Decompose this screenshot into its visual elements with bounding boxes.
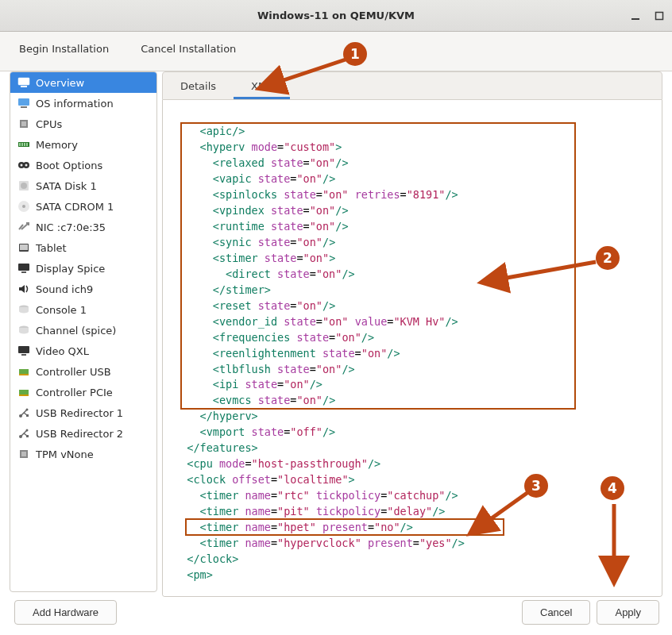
sidebar-item-usb-redir-2[interactable]: USB Redirector 2 xyxy=(10,423,156,444)
svg-rect-7 xyxy=(21,121,26,126)
sidebar-item-label: Controller USB xyxy=(36,366,111,378)
sidebar-item-memory[interactable]: Memory xyxy=(10,134,156,155)
sidebar-item-console[interactable]: Console 1 xyxy=(10,299,156,320)
svg-rect-35 xyxy=(26,414,29,417)
sidebar-item-cpus[interactable]: CPUs xyxy=(10,114,156,134)
svg-rect-9 xyxy=(19,143,21,146)
usb-icon xyxy=(17,406,31,420)
svg-rect-40 xyxy=(21,452,26,456)
cancel-install-button[interactable]: Cancel Installation xyxy=(141,43,236,55)
cancel-button[interactable]: Cancel xyxy=(522,600,590,625)
svg-rect-11 xyxy=(24,143,25,146)
os-icon xyxy=(17,96,31,110)
svg-rect-10 xyxy=(21,143,23,146)
sidebar-item-nic[interactable]: NIC :c7:0e:35 xyxy=(10,217,156,237)
sidebar-item-label: SATA Disk 1 xyxy=(36,180,97,192)
sidebar-item-ctrl-pcie[interactable]: Controller PCIe xyxy=(10,382,156,402)
boot-icon xyxy=(17,158,31,172)
sidebar-item-label: CPUs xyxy=(36,118,62,130)
apply-button[interactable]: Apply xyxy=(597,600,659,625)
sidebar-item-label: Sound ich9 xyxy=(36,283,93,295)
sidebar-item-label: TPM vNone xyxy=(36,448,94,460)
svg-point-37 xyxy=(26,429,29,432)
display-icon xyxy=(17,261,31,275)
sidebar-item-label: Console 1 xyxy=(36,304,87,316)
svg-rect-32 xyxy=(19,394,29,396)
sidebar-item-ctrl-usb[interactable]: Controller USB xyxy=(10,361,156,382)
overview-icon xyxy=(17,75,31,90)
svg-point-34 xyxy=(26,409,29,411)
minimize-icon[interactable] xyxy=(629,10,642,22)
sidebar-item-boot[interactable]: Boot Options xyxy=(10,155,156,175)
sidebar-item-channel[interactable]: Channel (spice) xyxy=(10,320,156,341)
sidebar-item-label: OS information xyxy=(36,98,114,110)
svg-rect-24 xyxy=(21,271,26,273)
sidebar-item-sata-cdrom[interactable]: SATA CDROM 1 xyxy=(10,196,156,217)
svg-rect-28 xyxy=(21,354,26,356)
svg-rect-12 xyxy=(26,143,28,146)
tablet-icon xyxy=(17,241,31,255)
controller-icon xyxy=(17,385,31,399)
svg-rect-22 xyxy=(20,244,28,250)
add-hardware-button[interactable]: Add Hardware xyxy=(14,600,117,625)
sidebar-item-label: Memory xyxy=(36,139,78,151)
sidebar-item-label: Controller PCIe xyxy=(36,387,113,398)
begin-install-button[interactable]: Begin Installation xyxy=(19,43,109,55)
disk-icon xyxy=(17,179,31,193)
controller-icon xyxy=(17,364,31,379)
sidebar-item-label: Overview xyxy=(36,77,84,89)
sidebar-item-tpm[interactable]: TPM vNone xyxy=(10,444,156,464)
sidebar-item-overview[interactable]: Overview xyxy=(10,72,156,93)
xml-editor[interactable]: <apic/> <hyperv mode="custom"> <relaxed … xyxy=(162,100,662,597)
tab-details[interactable]: Details xyxy=(163,72,234,99)
svg-rect-30 xyxy=(19,374,29,375)
sidebar-item-video[interactable]: Video QXL xyxy=(10,341,156,361)
sidebar-item-usb-redir-1[interactable]: USB Redirector 1 xyxy=(10,402,156,423)
svg-point-16 xyxy=(25,164,28,167)
console-icon xyxy=(17,302,31,317)
sidebar-item-label: Boot Options xyxy=(36,160,102,171)
bottom-bar: Add Hardware Cancel Apply xyxy=(0,597,672,635)
svg-rect-3 xyxy=(21,86,27,87)
cdrom-icon xyxy=(17,199,31,214)
sidebar-item-label: Channel (spice) xyxy=(36,325,116,337)
video-icon xyxy=(17,344,31,358)
sidebar-item-label: USB Redirector 2 xyxy=(36,428,123,440)
svg-rect-27 xyxy=(18,346,29,353)
svg-rect-23 xyxy=(18,264,29,271)
maximize-icon[interactable] xyxy=(653,10,666,22)
sidebar-item-os-info[interactable]: OS information xyxy=(10,93,156,114)
svg-rect-4 xyxy=(18,98,29,106)
window-titlebar: Windows-11 on QEMU/KVM xyxy=(0,0,672,32)
tab-xml[interactable]: XML xyxy=(234,72,290,99)
svg-rect-0 xyxy=(631,18,639,20)
svg-rect-2 xyxy=(18,78,29,85)
svg-point-18 xyxy=(21,183,27,189)
sidebar-item-label: NIC :c7:0e:35 xyxy=(36,221,106,233)
sidebar-item-sound[interactable]: Sound ich9 xyxy=(10,279,156,299)
memory-icon xyxy=(17,137,31,152)
sidebar-item-tablet[interactable]: Tablet xyxy=(10,237,156,258)
sound-icon xyxy=(17,282,31,296)
device-sidebar[interactable]: Overview OS information CPUs Memory Boot… xyxy=(10,71,157,592)
svg-rect-29 xyxy=(19,369,29,374)
sidebar-item-label: Video QXL xyxy=(36,345,89,357)
window-title: Windows-11 on QEMU/KVM xyxy=(0,10,672,21)
svg-point-15 xyxy=(21,164,23,167)
sidebar-item-label: USB Redirector 1 xyxy=(36,407,123,419)
svg-rect-31 xyxy=(19,390,29,394)
cpu-icon xyxy=(17,117,31,131)
sidebar-item-sata-disk[interactable]: SATA Disk 1 xyxy=(10,175,156,196)
svg-rect-5 xyxy=(21,106,27,108)
svg-rect-38 xyxy=(26,435,29,437)
window-controls xyxy=(629,10,666,22)
svg-rect-1 xyxy=(656,12,663,19)
sidebar-item-label: Display Spice xyxy=(36,263,105,275)
sidebar-item-label: Tablet xyxy=(36,242,67,254)
nic-icon xyxy=(17,220,31,234)
detail-tabs: Details XML xyxy=(162,71,662,100)
sidebar-item-label: SATA CDROM 1 xyxy=(36,201,114,213)
action-bar: Begin Installation Cancel Installation xyxy=(0,32,672,71)
channel-icon xyxy=(17,323,31,337)
sidebar-item-display[interactable]: Display Spice xyxy=(10,258,156,279)
